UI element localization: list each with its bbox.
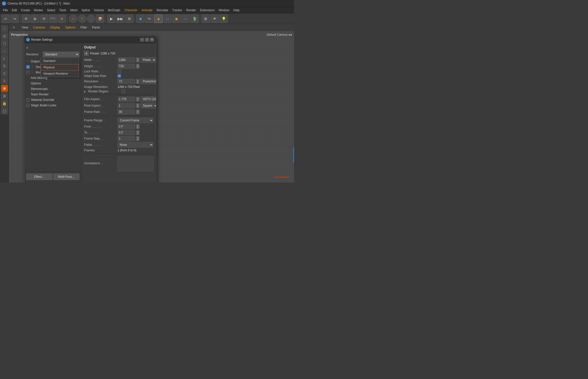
resolution-up[interactable]: ▲: [136, 79, 140, 81]
render-btn[interactable]: ▶: [107, 14, 116, 23]
pixel-aspect-input[interactable]: [118, 103, 135, 108]
add-btn[interactable]: ✛: [58, 14, 66, 23]
preset-label[interactable]: Preset: 1280 x 720: [90, 52, 115, 55]
scale-btn[interactable]: ⊕: [31, 14, 39, 23]
arrow-btn[interactable]: →: [181, 14, 190, 23]
frame-rate-input[interactable]: [118, 109, 135, 114]
menu-character[interactable]: Character: [122, 8, 140, 12]
render-region-arrow[interactable]: ▶: [84, 90, 86, 93]
object-btn[interactable]: 📦: [96, 14, 104, 23]
z-btn[interactable]: Z: [87, 14, 95, 23]
sidebar-icon-1[interactable]: □: [1, 25, 8, 32]
sidebar-icon-4[interactable]: ○: [1, 47, 8, 54]
resolution-unit-select[interactable]: Pixels/Inch (DPI): [141, 79, 156, 84]
from-up[interactable]: ▲: [136, 124, 140, 127]
film-aspect-unit-select[interactable]: HDTV (16:9): [141, 96, 156, 102]
rotate-btn[interactable]: ↺: [40, 14, 48, 23]
magic-bullet-checkbox[interactable]: [26, 104, 30, 107]
section-team-render[interactable]: Team Render: [24, 92, 81, 97]
section-material-override[interactable]: Material Override: [24, 97, 81, 103]
frame-range-select[interactable]: Current Frame: [118, 118, 153, 123]
dialog-hamburger[interactable]: ≡: [24, 45, 81, 51]
menu-modes[interactable]: Modes: [32, 8, 45, 12]
hamburger-menu[interactable]: ≡: [11, 25, 17, 30]
sidebar-icon-7[interactable]: S: [1, 70, 8, 77]
cameras-menu[interactable]: Cameras: [31, 25, 47, 30]
menu-simulate[interactable]: Simulate: [154, 8, 170, 12]
settings-btn[interactable]: ⚙: [125, 14, 134, 23]
view-menu[interactable]: View: [20, 25, 30, 30]
grid-btn[interactable]: ⊞: [201, 14, 210, 23]
multi-pass-btn[interactable]: Multi-Pass...: [53, 174, 80, 180]
film-aspect-down[interactable]: ▼: [136, 99, 140, 101]
effect-btn[interactable]: Effect...: [26, 174, 52, 180]
sidebar-icon-3[interactable]: ⬡: [1, 40, 8, 47]
sidebar-icon-10[interactable]: ⊞: [1, 92, 8, 99]
sidebar-icon-6[interactable]: S: [1, 62, 8, 69]
height-down[interactable]: ▼: [136, 66, 140, 68]
annotations-area[interactable]: [118, 156, 153, 171]
menu-mesh[interactable]: Mesh: [68, 8, 79, 12]
pen-btn[interactable]: ✏: [145, 14, 154, 23]
options-menu[interactable]: Options: [63, 25, 77, 30]
menu-window[interactable]: Window: [217, 8, 231, 12]
dropdown-physical[interactable]: Physical: [41, 64, 79, 71]
from-down[interactable]: ▼: [136, 127, 140, 129]
sphere-btn[interactable]: ◉: [172, 14, 181, 23]
save-checkbox[interactable]: ✓: [26, 65, 30, 69]
close-btn[interactable]: ✕: [150, 38, 154, 42]
width-unit-select[interactable]: Pixels: [141, 57, 156, 63]
minimize-btn[interactable]: ─: [140, 38, 144, 42]
menu-help[interactable]: Help: [231, 8, 242, 12]
leaf-btn[interactable]: 🍃: [190, 14, 199, 23]
from-input[interactable]: [118, 124, 135, 129]
x-btn[interactable]: ✕: [69, 14, 77, 23]
cube-btn[interactable]: ■: [136, 14, 145, 23]
pixel-aspect-up[interactable]: ▲: [136, 103, 140, 106]
section-magic-bullet[interactable]: Magic Bullet Looks: [24, 103, 81, 108]
menu-spline[interactable]: Spline: [80, 8, 92, 12]
menu-animate[interactable]: Animate: [140, 8, 154, 12]
y-btn[interactable]: Y: [78, 14, 86, 23]
sidebar-icon-11[interactable]: 🔒: [1, 100, 8, 107]
display-menu[interactable]: Display: [48, 25, 62, 30]
resolution-down[interactable]: ▼: [136, 81, 140, 84]
sidebar-icon-2[interactable]: ◎: [1, 32, 8, 39]
width-down[interactable]: ▼: [136, 60, 140, 62]
to-up[interactable]: ▲: [136, 130, 140, 133]
menu-render[interactable]: Render: [184, 8, 198, 12]
move-btn[interactable]: ✛: [22, 14, 30, 23]
filter-menu[interactable]: Filter: [78, 25, 89, 30]
maximize-btn[interactable]: □: [145, 38, 149, 42]
multi-checkbox[interactable]: [26, 71, 30, 74]
render-region-btn[interactable]: ▶▶: [116, 14, 125, 23]
lock-ratio-checkbox[interactable]: [118, 70, 121, 73]
menu-create[interactable]: Create: [19, 8, 32, 12]
panel-menu[interactable]: Panel: [90, 25, 102, 30]
menu-edit[interactable]: Edit: [10, 8, 19, 12]
menu-mograph[interactable]: MoGraph: [106, 8, 122, 12]
width-input[interactable]: [118, 57, 135, 62]
sidebar-icon-9[interactable]: ⊗: [1, 85, 8, 92]
menu-extensions[interactable]: Extensions: [198, 8, 217, 12]
width-up[interactable]: ▲: [136, 58, 140, 60]
height-up[interactable]: ▲: [136, 64, 140, 66]
cube2-btn[interactable]: □: [163, 14, 172, 23]
section-options[interactable]: Options: [24, 81, 81, 86]
resolution-input[interactable]: [118, 79, 135, 84]
fields-select[interactable]: None: [118, 142, 153, 148]
redo-btn[interactable]: ↪: [10, 14, 19, 23]
menu-tools[interactable]: Tools: [57, 8, 68, 12]
to-input[interactable]: [118, 130, 135, 135]
dropdown-standard[interactable]: Standard: [41, 58, 79, 64]
film-aspect-up[interactable]: ▲: [136, 97, 140, 99]
renderer-select[interactable]: Standard Physical Viewport Renderer: [43, 52, 79, 57]
pro-btn[interactable]: PRO: [49, 14, 57, 23]
preset-arrow[interactable]: ▼: [84, 51, 89, 56]
film-aspect-input[interactable]: [118, 97, 135, 102]
frame-rate-up[interactable]: ▲: [136, 110, 140, 112]
menu-select[interactable]: Select: [45, 8, 57, 12]
light-btn[interactable]: 💡: [219, 14, 228, 23]
adapt-data-rate-checkbox[interactable]: ✓: [118, 74, 121, 78]
sidebar-icon-5[interactable]: L: [1, 55, 8, 62]
